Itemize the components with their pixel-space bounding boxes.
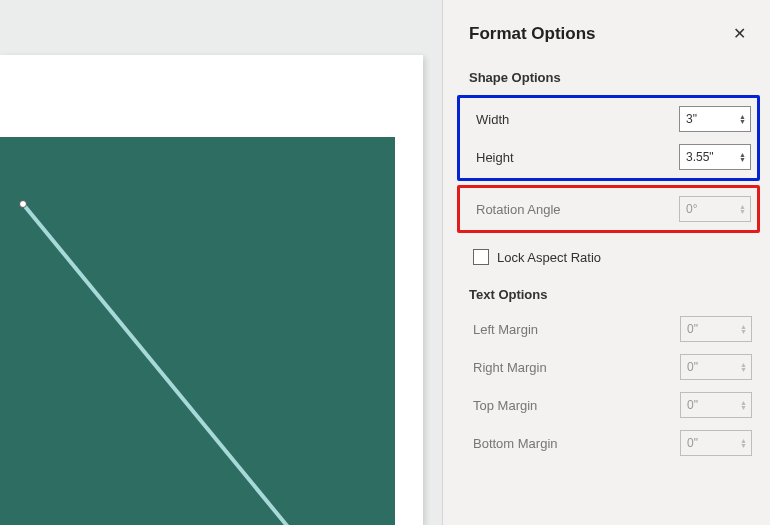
height-row: Height 3.55" ▲▼ [472, 138, 753, 176]
highlight-width-height: Width 3" ▲▼ Height 3.55" ▲▼ [457, 95, 760, 181]
line-endpoint-start[interactable] [19, 200, 27, 208]
shape-options-heading: Shape Options [443, 62, 770, 93]
lock-aspect-checkbox[interactable] [473, 249, 489, 265]
panel-header: Format Options ✕ [443, 0, 770, 62]
top-margin-value: 0" [687, 398, 698, 412]
spinner-arrows-icon: ▲▼ [739, 204, 746, 214]
width-value: 3" [686, 112, 697, 126]
bottom-margin-input: 0" ▲▼ [680, 430, 752, 456]
left-margin-value: 0" [687, 322, 698, 336]
right-margin-input: 0" ▲▼ [680, 354, 752, 380]
width-input[interactable]: 3" ▲▼ [679, 106, 751, 132]
rotation-label: Rotation Angle [476, 202, 561, 217]
width-label: Width [476, 112, 509, 127]
text-options-heading: Text Options [443, 279, 770, 310]
height-input[interactable]: 3.55" ▲▼ [679, 144, 751, 170]
panel-title: Format Options [469, 24, 596, 44]
format-options-panel: Format Options ✕ Shape Options Width 3" … [442, 0, 770, 525]
canvas-area[interactable] [0, 0, 442, 525]
right-margin-label: Right Margin [473, 360, 547, 375]
rotation-row: Rotation Angle 0° ▲▼ [472, 188, 753, 230]
right-margin-row: Right Margin 0" ▲▼ [443, 348, 770, 386]
spinner-arrows-icon: ▲▼ [740, 324, 747, 334]
bottom-margin-label: Bottom Margin [473, 436, 558, 451]
spinner-arrows-icon: ▲▼ [740, 438, 747, 448]
shape-rectangle[interactable] [0, 137, 395, 525]
line-shape[interactable] [0, 137, 395, 525]
rotation-input: 0° ▲▼ [679, 196, 751, 222]
spinner-arrows-icon[interactable]: ▲▼ [739, 114, 746, 124]
height-label: Height [476, 150, 514, 165]
svg-line-0 [23, 204, 302, 525]
highlight-rotation: Rotation Angle 0° ▲▼ [457, 185, 760, 233]
lock-aspect-label: Lock Aspect Ratio [497, 250, 601, 265]
top-margin-input: 0" ▲▼ [680, 392, 752, 418]
bottom-margin-row: Bottom Margin 0" ▲▼ [443, 424, 770, 462]
bottom-margin-value: 0" [687, 436, 698, 450]
top-margin-row: Top Margin 0" ▲▼ [443, 386, 770, 424]
width-row: Width 3" ▲▼ [472, 100, 753, 138]
page[interactable] [0, 55, 423, 525]
left-margin-label: Left Margin [473, 322, 538, 337]
left-margin-row: Left Margin 0" ▲▼ [443, 310, 770, 348]
height-value: 3.55" [686, 150, 714, 164]
rotation-value: 0° [686, 202, 697, 216]
top-margin-label: Top Margin [473, 398, 537, 413]
close-icon[interactable]: ✕ [729, 22, 750, 46]
left-margin-input: 0" ▲▼ [680, 316, 752, 342]
right-margin-value: 0" [687, 360, 698, 374]
lock-aspect-row: Lock Aspect Ratio [443, 243, 770, 279]
spinner-arrows-icon[interactable]: ▲▼ [739, 152, 746, 162]
spinner-arrows-icon: ▲▼ [740, 362, 747, 372]
spinner-arrows-icon: ▲▼ [740, 400, 747, 410]
